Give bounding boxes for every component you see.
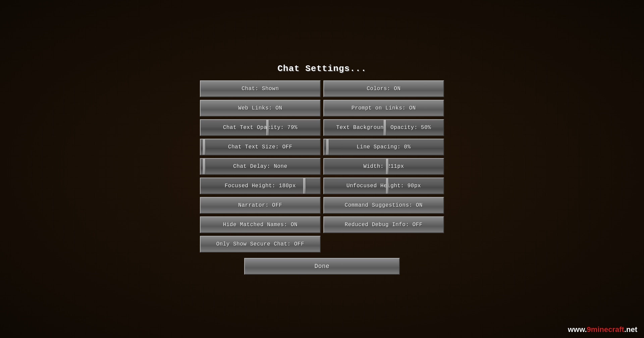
focused-height-slider-handle[interactable] — [303, 178, 306, 194]
prompt-on-links-button[interactable]: Prompt on Links: ON — [323, 100, 444, 117]
narrator-button[interactable]: Narrator: OFF — [200, 197, 321, 214]
reduced-debug-info-button[interactable]: Reduced Debug Info: OFF — [323, 216, 444, 233]
done-row: Done — [244, 258, 400, 275]
focused-height-slider[interactable]: Focused Height: 180px — [200, 178, 321, 194]
bg-opacity-slider-handle[interactable] — [384, 120, 386, 135]
chat-shown-button[interactable]: Chat: Shown — [200, 80, 321, 97]
only-show-secure-chat-button[interactable]: Only Show Secure Chat: OFF — [200, 236, 321, 253]
watermark-brand: 9minecraft — [587, 325, 624, 334]
text-size-slider-handle[interactable] — [203, 139, 206, 155]
hide-matched-names-button[interactable]: Hide Matched Names: ON — [200, 216, 321, 233]
line-spacing-slider-handle[interactable] — [326, 139, 329, 155]
done-button[interactable]: Done — [244, 258, 400, 275]
width-slider-handle[interactable] — [386, 159, 389, 174]
width-slider[interactable]: Width: 211px — [323, 158, 444, 175]
colors-on-button[interactable]: Colors: ON — [323, 80, 444, 97]
chat-delay-slider-handle[interactable] — [203, 159, 206, 174]
unfocused-height-slider[interactable]: Unfocused Height: 90px — [323, 178, 444, 194]
chat-text-size-slider[interactable]: Chat Text Size: OFF — [200, 139, 321, 155]
page-title: Chat Settings... — [277, 64, 367, 74]
unfocused-height-slider-handle[interactable] — [386, 178, 389, 194]
watermark-suffix: .net — [624, 325, 637, 334]
opacity-slider-handle[interactable] — [266, 120, 269, 135]
text-background-opacity-slider[interactable]: Text Background Opacity: 50% — [323, 119, 444, 136]
web-links-button[interactable]: Web Links: ON — [200, 100, 321, 117]
line-spacing-slider[interactable]: Line Spacing: 0% — [323, 139, 444, 155]
watermark: www.9minecraft.net — [568, 325, 637, 334]
watermark-prefix: www. — [568, 325, 587, 334]
chat-text-opacity-slider[interactable]: Chat Text Opacity: 79% — [200, 119, 321, 136]
chat-delay-slider[interactable]: Chat Delay: None — [200, 158, 321, 175]
command-suggestions-button[interactable]: Command Suggestions: ON — [323, 197, 444, 214]
settings-container: Chat Settings... Chat: Shown Colors: ON … — [200, 64, 444, 275]
buttons-grid: Chat: Shown Colors: ON Web Links: ON Pro… — [200, 80, 444, 253]
